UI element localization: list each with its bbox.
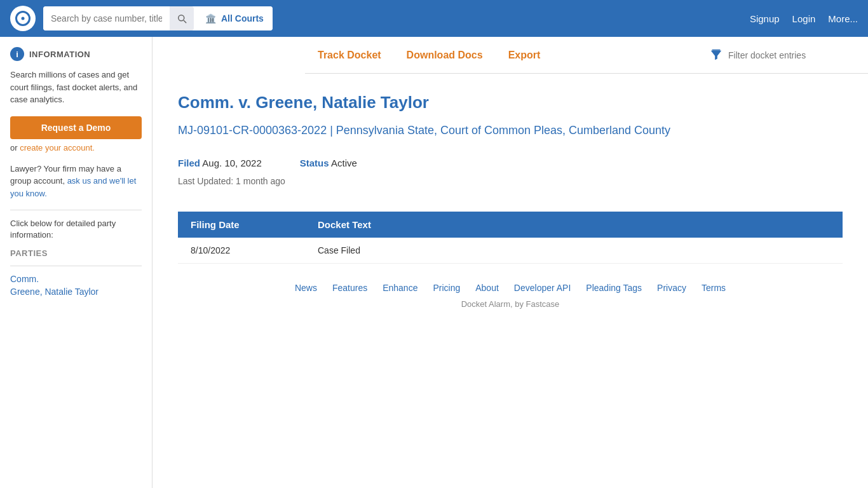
footer-link-features[interactable]: Features: [332, 283, 367, 293]
search-container: 🏛️ All Courts: [43, 6, 273, 30]
sidebar-header: i INFORMATION: [10, 47, 142, 61]
sidebar-divider: [10, 210, 142, 210]
header: 🏛️ All Courts Signup Login More...: [0, 0, 868, 37]
signup-link[interactable]: Signup: [750, 13, 780, 24]
footer-link-enhance[interactable]: Enhance: [383, 283, 417, 293]
more-link[interactable]: More...: [828, 13, 858, 24]
header-right: Signup Login More...: [750, 13, 858, 24]
logo[interactable]: [10, 6, 36, 31]
sidebar-description: Search millions of cases and get court f…: [10, 69, 142, 106]
request-demo-button[interactable]: Request a Demo: [10, 116, 142, 139]
status-meta: Status Active: [300, 158, 357, 168]
footer-link-about[interactable]: About: [475, 283, 499, 293]
footer-links: NewsFeaturesEnhancePricingAboutDeveloper…: [191, 283, 830, 293]
parties-header: PARTIES: [10, 248, 142, 258]
create-account-text: or create your account.: [10, 143, 142, 152]
footer-copyright: Docket Alarm, by Fastcase: [191, 299, 830, 309]
party-greene[interactable]: Greene, Natalie Taylor: [10, 287, 142, 297]
logo-icon: [15, 11, 31, 26]
docket-table: Filing Date Docket Text 8/10/2022 Case F…: [178, 212, 843, 264]
footer: NewsFeaturesEnhancePricingAboutDeveloper…: [178, 264, 843, 322]
track-docket-button[interactable]: Track Docket: [318, 50, 381, 61]
create-account-link[interactable]: create your account.: [20, 143, 95, 152]
status-label: Status: [300, 158, 329, 168]
search-icon: [176, 13, 187, 24]
col-filing-date: Filing Date: [178, 212, 305, 238]
footer-link-privacy[interactable]: Privacy: [657, 283, 686, 293]
svg-marker-0: [711, 50, 722, 60]
table-row: 8/10/2022 Case Filed: [178, 238, 843, 264]
docket-table-header: Filing Date Docket Text: [178, 212, 843, 238]
filter-area: [709, 48, 855, 62]
filed-date: Aug. 10, 2022: [202, 158, 261, 168]
court-label: All Courts: [221, 13, 264, 24]
filter-input[interactable]: [728, 50, 855, 60]
footer-link-developer-api[interactable]: Developer API: [514, 283, 571, 293]
toolbar: Track Docket Download Docs Export: [305, 37, 868, 74]
search-input[interactable]: [43, 6, 170, 30]
footer-link-pricing[interactable]: Pricing: [433, 283, 460, 293]
search-button[interactable]: [170, 6, 194, 30]
case-subtitle: MJ-09101-CR-0000363-2022 | Pennsylvania …: [178, 123, 843, 139]
click-below-text: Click below for detailed party informati…: [10, 218, 142, 241]
main-content: Comm. v. Greene, Natalie Taylor MJ-09101…: [153, 74, 868, 488]
filed-label: Filed: [178, 158, 200, 168]
footer-link-news[interactable]: News: [295, 283, 317, 293]
cell-docket-text: Case Filed: [305, 238, 843, 264]
filed-meta: Filed Aug. 10, 2022: [178, 158, 262, 168]
last-updated: Last Updated: 1 month ago: [178, 176, 843, 186]
court-icon: 🏛️: [205, 13, 216, 24]
svg-marker-1: [712, 49, 721, 50]
login-link[interactable]: Login: [792, 13, 816, 24]
download-docs-button[interactable]: Download Docs: [407, 50, 483, 61]
sidebar: i INFORMATION Search millions of cases a…: [0, 37, 153, 488]
case-title: Comm. v. Greene, Natalie Taylor: [178, 93, 843, 112]
party-comm[interactable]: Comm.: [10, 274, 142, 284]
court-filter-button[interactable]: 🏛️ All Courts: [196, 6, 273, 30]
lawyer-text: Lawyer? Your firm may have a group accou…: [10, 163, 142, 200]
sidebar-info-label: INFORMATION: [29, 50, 90, 59]
status-value: Active: [331, 158, 357, 168]
main-column: Track Docket Download Docs Export Comm. …: [153, 37, 868, 488]
footer-link-pleading-tags[interactable]: Pleading Tags: [586, 283, 642, 293]
export-button[interactable]: Export: [508, 50, 541, 61]
cell-filing-date: 8/10/2022: [178, 238, 305, 264]
info-icon: i: [10, 47, 24, 61]
footer-link-terms[interactable]: Terms: [702, 283, 726, 293]
docket-table-body: 8/10/2022 Case Filed: [178, 238, 843, 264]
filter-icon: [709, 48, 723, 62]
parties-divider: [10, 266, 142, 266]
col-docket-text: Docket Text: [305, 212, 843, 238]
case-meta: Filed Aug. 10, 2022 Status Active: [178, 158, 843, 168]
layout: i INFORMATION Search millions of cases a…: [0, 37, 868, 488]
create-account-prefix: or: [10, 143, 20, 152]
